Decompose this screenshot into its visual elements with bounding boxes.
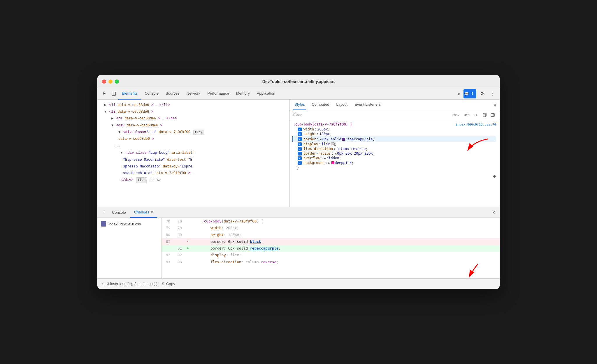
maximize-button[interactable] — [115, 79, 119, 84]
css-checkbox-width[interactable] — [298, 128, 302, 131]
collapse-arrow[interactable]: ▶ — [104, 103, 106, 107]
more-options-icon[interactable]: ⋮ — [488, 89, 497, 98]
inspect-icon[interactable] — [109, 89, 118, 98]
hov-button[interactable]: :hov — [452, 112, 461, 118]
css-file-icon — [101, 221, 106, 227]
css-prop-height[interactable]: height : 180px ; — [293, 132, 496, 136]
tab-sources[interactable]: Sources — [162, 88, 183, 100]
tab-memory[interactable]: Memory — [233, 88, 253, 100]
css-selector: .cup-body[data-v-7a0f9f00] { — [293, 122, 352, 126]
styles-toolbar: :hov .cls + — [290, 110, 500, 120]
collapse-arrow[interactable]: ▼ — [111, 123, 113, 128]
css-source-link[interactable]: index.8d6c6f18.css:74 — [456, 123, 496, 126]
cls-button[interactable]: .cls — [463, 112, 470, 118]
svg-rect-0 — [112, 92, 115, 96]
styles-filter-input[interactable] — [293, 113, 449, 117]
dom-node-cup-body[interactable]: ▶ <div class="cup-body" aria-label= — [97, 150, 289, 156]
bottom-panel: ⋮ Console Changes × × index.8d6c6f18.css — [97, 207, 500, 289]
css-rule: .cup-body[data-v-7a0f9f00] { index.8d6c6… — [290, 121, 500, 172]
css-checkbox-flex-direction[interactable] — [298, 147, 302, 151]
collapse-arrow[interactable]: ▼ — [104, 110, 106, 114]
tab-network[interactable]: Network — [183, 88, 204, 100]
dom-ellipsis-line: ... — [97, 143, 289, 150]
css-prop-border-radius[interactable]: border-radius : ▶ 0px 0px 20px 20px ; — [293, 151, 496, 156]
css-selector-line: .cup-body[data-v-7a0f9f00] { index.8d6c6… — [293, 122, 496, 126]
css-checkbox-overflow[interactable] — [298, 156, 302, 160]
css-close-brace: } — [293, 165, 496, 170]
tab-elements[interactable]: Elements — [118, 88, 141, 100]
tab-layout[interactable]: Layout — [335, 100, 349, 110]
color-swatch-deeppink[interactable] — [331, 161, 334, 164]
tab-console[interactable]: Console — [141, 88, 162, 100]
dom-node-cup-body-attr2[interactable]: spresso_Macchiato" data-cy="Espre — [97, 163, 289, 170]
bottom-panel-close[interactable]: × — [490, 210, 497, 215]
tab-performance[interactable]: Performance — [204, 88, 232, 100]
cursor-icon[interactable] — [100, 89, 109, 98]
chat-icon[interactable]: 💬 1 — [463, 89, 476, 98]
expand-border[interactable]: ▶ — [320, 137, 322, 141]
bottom-more-icon[interactable]: ⋮ — [100, 208, 108, 217]
expand-border-radius[interactable]: ▶ — [335, 152, 336, 155]
file-name-label: index.8d6c6f18.css — [108, 222, 141, 226]
title-bar: DevTools - coffee-cart.netlify.app/cart — [97, 75, 500, 88]
flex-grid-icon[interactable]: ⊞ — [331, 142, 335, 146]
dom-tree[interactable]: ▶ <li data-v-ced68de6 > … </li> ▼ <li da… — [97, 100, 289, 207]
css-checkbox-border[interactable] — [298, 137, 302, 141]
dom-node-li-collapsed[interactable]: ▶ <li data-v-ced68de6 > … </li> — [97, 102, 289, 109]
css-prop-background[interactable]: background : ▶ deeppink ; — [293, 160, 496, 165]
undo-button[interactable]: ↩ 3 insertions (+), 2 deletions (-) — [102, 282, 157, 286]
expand-background[interactable]: ▶ — [328, 161, 330, 165]
dom-node-cup-body-attr3[interactable]: sso-Macchiato" data-v-7a0f9f00 > … — [97, 170, 289, 177]
tab-application[interactable]: Application — [253, 88, 279, 100]
settings-icon[interactable]: ⚙ — [477, 89, 487, 98]
expand-overflow[interactable]: ▶ — [324, 157, 326, 160]
css-prop-border[interactable]: border : ▶ 6px solid rebeccapurple ; — [292, 136, 496, 142]
collapse-arrow[interactable]: ▶ — [111, 116, 113, 121]
changes-file-item[interactable]: index.8d6c6f18.css — [97, 220, 161, 228]
diff-line-83: 83 83 flex-direction: column-reverse; — [161, 259, 500, 265]
styles-content[interactable]: .cup-body[data-v-7a0f9f00] { index.8d6c6… — [290, 120, 500, 207]
new-style-icon[interactable]: + — [473, 112, 480, 119]
dom-node-close-div[interactable]: </div> flex == $0 — [97, 177, 289, 184]
tab-console-bottom[interactable]: Console — [108, 207, 130, 218]
diff-line-78: 78 78 .cup-body[data-v-7a0f9f00] { — [161, 218, 500, 225]
css-checkbox-border-radius[interactable] — [298, 152, 302, 156]
dom-node-li-open[interactable]: ▼ <li data-v-ced68de6 > — [97, 109, 289, 115]
css-checkbox-height[interactable] — [298, 132, 302, 136]
undo-label: 3 insertions (+), 2 deletions (-) — [107, 282, 157, 286]
css-prop-width[interactable]: width : 200px ; — [293, 127, 496, 132]
tab-styles[interactable]: Styles — [293, 100, 306, 110]
more-styles-tabs[interactable]: » — [494, 102, 496, 107]
css-checkbox-display[interactable] — [298, 142, 302, 146]
devtools-window: DevTools - coffee-cart.netlify.app/cart … — [97, 75, 500, 289]
dom-node-cup-body-attr1[interactable]: "Espresso Macchiato" data-test="E — [97, 157, 289, 163]
bottom-tab-bar: ⋮ Console Changes × × — [97, 207, 500, 218]
copy-all-icon[interactable] — [481, 112, 488, 119]
css-checkbox-background[interactable] — [298, 161, 302, 165]
copy-label: Copy — [166, 282, 175, 286]
svg-rect-2 — [483, 114, 486, 117]
more-tabs-button[interactable]: » — [456, 91, 462, 97]
tab-changes[interactable]: Changes × — [130, 207, 157, 218]
close-button[interactable] — [102, 79, 106, 84]
collapse-arrow[interactable]: ▶ — [121, 151, 123, 155]
tab-event-listeners[interactable]: Event Listeners — [353, 100, 382, 110]
undo-icon: ↩ — [102, 282, 105, 286]
dom-node-cup-attr[interactable]: data-v-ced68de6 > — [97, 136, 289, 142]
dom-panel: ▶ <li data-v-ced68de6 > … </li> ▼ <li da… — [97, 100, 290, 207]
css-prop-display[interactable]: display : flex ⊞ ; — [293, 142, 496, 146]
css-prop-overflow[interactable]: overflow : ▶ hidden ; — [293, 156, 496, 160]
copy-button[interactable]: ⎘ Copy — [162, 282, 175, 286]
dom-node-h4[interactable]: ▶ <h4 data-v-ced68de6 > … </h4> — [97, 115, 289, 122]
dom-node-cup[interactable]: ▼ <div class="cup" data-v-7a0f9f00 flex — [97, 129, 289, 136]
toolbar-icons: + — [473, 112, 496, 119]
changes-file-list: index.8d6c6f18.css — [97, 218, 161, 278]
toggle-sidebar-icon[interactable] — [489, 112, 496, 119]
css-prop-flex-direction[interactable]: flex-direction : column-reverse ; — [293, 146, 496, 151]
collapse-arrow[interactable]: ▼ — [118, 130, 120, 134]
color-swatch-rebeccapurple[interactable] — [342, 138, 345, 141]
dom-node-div[interactable]: ▼ <div data-v-ced68de6 > — [97, 122, 289, 129]
minimize-button[interactable] — [108, 79, 113, 84]
add-property-button[interactable]: + — [493, 173, 496, 180]
tab-computed[interactable]: Computed — [310, 100, 330, 110]
